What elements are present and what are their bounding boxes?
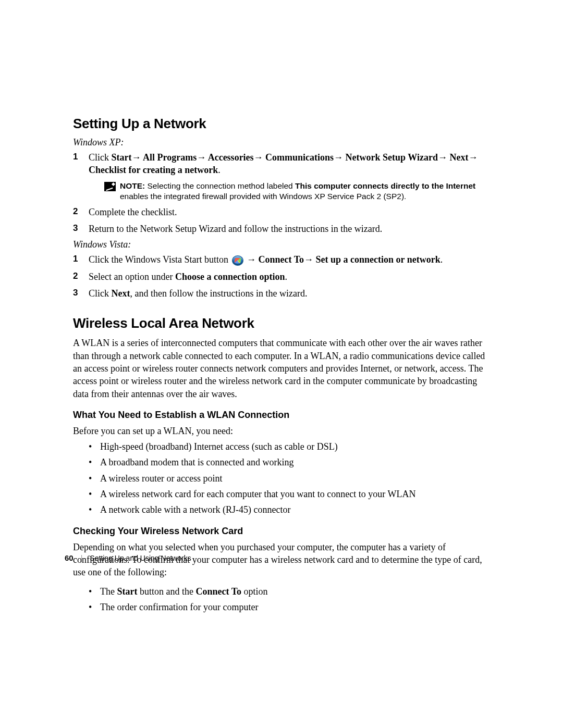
bold-text: Start — [117, 586, 137, 597]
text: Selecting the connection method labeled — [148, 181, 296, 190]
page-content: Setting Up a Network Windows XP: 1 Click… — [73, 116, 490, 616]
step-number: 1 — [73, 253, 78, 265]
text: . — [218, 165, 221, 175]
xp-step-1: 1 Click Start→ All Programs→ Accessories… — [73, 151, 490, 202]
text: Click the Windows Vista Start button — [89, 254, 231, 265]
step-number: 2 — [73, 270, 78, 282]
text: button and the — [137, 586, 195, 597]
note-label: NOTE: — [120, 181, 148, 190]
menu-path: → Connect To→ Set up a connection or net… — [244, 254, 440, 265]
bold-text: Choose a connection option — [175, 272, 285, 282]
list-item: A wireless network card for each compute… — [89, 488, 490, 500]
page-footer: 60 | Setting Up and Using Networks — [65, 553, 191, 562]
note-text: NOTE: Selecting the connection method la… — [120, 181, 490, 202]
list-item: High-speed (broadband) Internet access (… — [89, 440, 490, 453]
page-number: 60 — [65, 553, 74, 562]
list-item: The order confirmation for your computer — [89, 601, 490, 613]
list-item: A wireless router or access point — [89, 472, 490, 485]
bold-text: Connect To — [195, 586, 241, 597]
xp-step-3: 3 Return to the Network Setup Wizard and… — [73, 223, 490, 235]
text: The — [100, 586, 117, 597]
checking-card-list: The Start button and the Connect To opti… — [73, 585, 490, 614]
text: Complete the checklist. — [89, 207, 177, 217]
text: option — [241, 586, 268, 597]
step-number: 1 — [73, 151, 78, 163]
text: Select an option under — [89, 272, 175, 282]
list-item: A broadband modem that is connected and … — [89, 456, 490, 468]
vista-start-icon — [232, 255, 243, 266]
footer-separator: | — [81, 554, 83, 562]
wlan-needs-list: High-speed (broadband) Internet access (… — [73, 440, 490, 516]
menu-path: Start→ All Programs→ Accessories→ Commun… — [89, 152, 478, 175]
vista-steps: 1 Click the Windows Vista Start button →… — [73, 253, 490, 300]
note-icon — [104, 182, 116, 191]
note-block: NOTE: Selecting the connection method la… — [89, 181, 490, 202]
heading-wlan: Wireless Local Area Network — [73, 315, 490, 331]
heading-setting-up-network: Setting Up a Network — [73, 116, 490, 132]
os-label-xp: Windows XP: — [73, 137, 490, 148]
footer-section: Setting Up and Using Networks — [90, 554, 191, 562]
step-number: 3 — [73, 223, 78, 235]
text: . — [440, 254, 443, 265]
list-item: A network cable with a network (RJ-45) c… — [89, 503, 490, 516]
xp-steps: 1 Click Start→ All Programs→ Accessories… — [73, 151, 490, 235]
bold-text: Next — [112, 288, 130, 299]
step-number: 2 — [73, 206, 78, 218]
wlan-paragraph: A WLAN is a series of interconnected com… — [73, 337, 490, 400]
list-item: The Start button and the Connect To opti… — [89, 585, 490, 598]
note-bold: This computer connects directly to the I… — [295, 181, 475, 190]
os-label-vista: Windows Vista: — [73, 239, 490, 250]
text: . — [285, 272, 287, 282]
text: enables the integrated firewall provided… — [120, 192, 406, 201]
vista-step-3: 3 Click Next, and then follow the instru… — [73, 287, 490, 300]
text: , and then follow the instructions in th… — [130, 288, 307, 299]
subheading-wlan-needs: What You Need to Establish a WLAN Connec… — [73, 410, 490, 421]
text: Return to the Network Setup Wizard and f… — [89, 224, 382, 234]
text: Click — [89, 152, 112, 163]
vista-step-1: 1 Click the Windows Vista Start button →… — [73, 253, 490, 266]
xp-step-2: 2 Complete the checklist. — [73, 206, 490, 218]
vista-step-2: 2 Select an option under Choose a connec… — [73, 270, 490, 283]
step-number: 3 — [73, 287, 78, 299]
wlan-needs-intro: Before you can set up a WLAN, you need: — [73, 425, 490, 437]
text: Click — [89, 288, 112, 299]
subheading-checking-card: Checking Your Wireless Network Card — [73, 526, 490, 537]
